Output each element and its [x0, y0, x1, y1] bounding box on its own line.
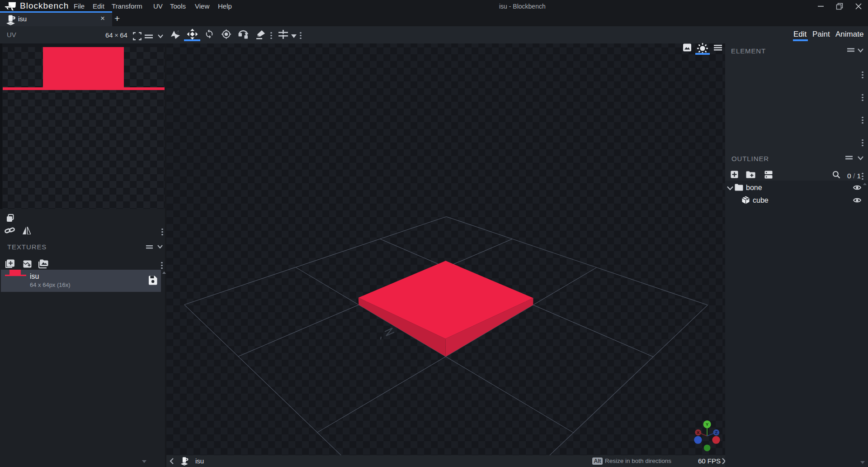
svg-text:X: X: [697, 430, 700, 435]
svg-text:Y: Y: [706, 422, 709, 427]
svg-text:Z: Z: [715, 430, 717, 435]
